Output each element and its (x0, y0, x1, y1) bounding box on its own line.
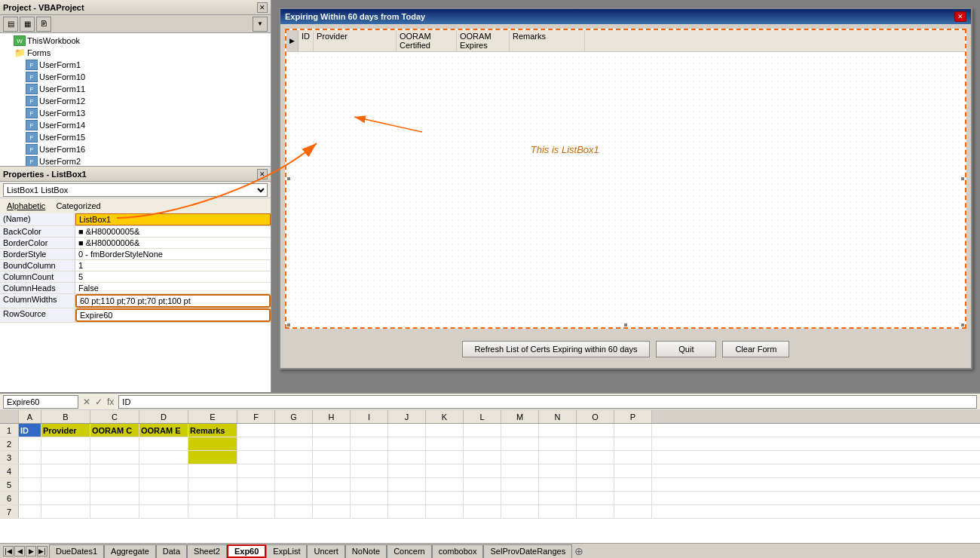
form-close-button[interactable]: ✕ (954, 11, 966, 22)
excel-cell[interactable] (388, 437, 426, 450)
excel-cell[interactable] (139, 437, 188, 450)
sheet-tab-aggregate[interactable]: Aggregate (104, 544, 156, 558)
tree-item-userform15[interactable]: FUserForm15 (2, 131, 269, 143)
excel-cell[interactable] (275, 451, 313, 464)
clear-form-button[interactable]: Clear Form (722, 341, 789, 357)
sheet-tab-uncert[interactable]: Uncert (307, 544, 345, 558)
excel-cell[interactable] (539, 451, 577, 464)
excel-cell[interactable] (539, 478, 577, 491)
sheet-tab-concern[interactable]: Concern (387, 544, 432, 558)
resize-handle-br[interactable] (960, 323, 965, 327)
excel-cell[interactable] (426, 451, 464, 464)
prop-value[interactable]: Expire60 (75, 308, 271, 322)
excel-cell[interactable] (19, 464, 41, 477)
excel-cell[interactable] (188, 505, 237, 518)
excel-cell[interactable] (464, 464, 501, 477)
excel-cell[interactable] (577, 478, 614, 491)
prop-value[interactable]: ListBox1 (75, 213, 271, 225)
excel-cell[interactable] (388, 451, 426, 464)
excel-cell[interactable] (388, 492, 426, 504)
excel-cell[interactable] (275, 424, 313, 437)
excel-cell[interactable] (464, 505, 501, 518)
tree-item-userform10[interactable]: FUserForm10 (2, 71, 269, 83)
tree-item-userform11[interactable]: FUserForm11 (2, 83, 269, 95)
excel-cell[interactable] (501, 492, 539, 504)
excel-cell[interactable] (313, 492, 351, 504)
excel-cell[interactable] (577, 437, 614, 450)
resize-handle-left[interactable] (286, 176, 291, 181)
excel-cell[interactable] (426, 492, 464, 504)
excel-cell[interactable] (577, 424, 614, 437)
excel-cell[interactable] (351, 492, 388, 504)
sheet-tab-exp60[interactable]: Exp60 (227, 544, 266, 558)
excel-cell[interactable] (351, 424, 388, 437)
excel-cell[interactable] (237, 424, 275, 437)
excel-cell[interactable] (41, 505, 90, 518)
function-icon[interactable]: fx (106, 397, 115, 407)
sheet-nav-last[interactable]: ▶| (37, 546, 47, 556)
excel-cell[interactable] (539, 492, 577, 504)
excel-cell[interactable]: OORAM C (90, 424, 139, 437)
excel-cell[interactable] (139, 505, 188, 518)
excel-cell[interactable] (139, 451, 188, 464)
prop-value[interactable]: ■ &H80000005& (75, 226, 271, 237)
excel-cell[interactable] (614, 437, 652, 450)
excel-cell[interactable] (275, 492, 313, 504)
prop-value[interactable]: False (75, 283, 271, 293)
tree-item-forms[interactable]: 📁Forms (2, 47, 269, 59)
properties-close-button[interactable]: ✕ (257, 169, 268, 179)
tree-item-userform12[interactable]: FUserForm12 (2, 95, 269, 107)
tree-item-userform13[interactable]: FUserForm13 (2, 107, 269, 119)
prop-value[interactable]: 1 (75, 260, 271, 271)
excel-cell[interactable] (237, 492, 275, 504)
excel-cell[interactable] (501, 424, 539, 437)
excel-cell[interactable] (313, 505, 351, 518)
tree-item-userform2[interactable]: FUserForm2 (2, 155, 269, 166)
properties-object-select[interactable]: ListBox1 ListBox (3, 183, 268, 197)
excel-cell[interactable] (313, 464, 351, 477)
sheet-tab-explist[interactable]: ExpList (266, 544, 307, 558)
excel-cell[interactable] (501, 478, 539, 491)
refresh-button[interactable]: Refresh List of Certs Expiring within 60… (462, 341, 651, 357)
excel-cell[interactable] (426, 464, 464, 477)
excel-cell[interactable] (188, 478, 237, 491)
prop-value[interactable]: 60 pt;110 pt;70 pt;70 pt;100 pt (75, 294, 271, 308)
excel-cell[interactable] (139, 464, 188, 477)
sheet-tab-nonote[interactable]: NoNote (345, 544, 387, 558)
excel-cell[interactable] (139, 492, 188, 504)
excel-cell[interactable] (464, 437, 501, 450)
excel-cell[interactable] (275, 437, 313, 450)
excel-cell[interactable] (614, 451, 652, 464)
excel-cell[interactable] (351, 437, 388, 450)
excel-cell[interactable] (313, 424, 351, 437)
excel-cell[interactable] (41, 478, 90, 491)
excel-cell[interactable] (426, 424, 464, 437)
excel-cell[interactable] (90, 437, 139, 450)
toolbar-btn-2[interactable]: ▦ (20, 17, 35, 32)
excel-cell[interactable] (426, 437, 464, 450)
excel-cell[interactable] (577, 451, 614, 464)
tree-item-userform14[interactable]: FUserForm14 (2, 119, 269, 131)
excel-cell[interactable] (426, 478, 464, 491)
excel-cell[interactable] (19, 451, 41, 464)
toolbar-btn-1[interactable]: ▤ (3, 17, 18, 32)
resize-handle-bl[interactable] (286, 323, 291, 327)
excel-cell[interactable] (539, 464, 577, 477)
excel-cell[interactable]: OORAM E (139, 424, 188, 437)
excel-cell[interactable] (41, 464, 90, 477)
resize-handle-bottom[interactable] (623, 323, 628, 327)
sheet-tab-selprovdateranges[interactable]: SelProvDateRanges (483, 544, 572, 558)
excel-cell[interactable] (351, 478, 388, 491)
excel-cell[interactable] (501, 451, 539, 464)
excel-cell[interactable] (501, 437, 539, 450)
excel-cell[interactable] (614, 492, 652, 504)
excel-cell[interactable] (351, 505, 388, 518)
excel-cell[interactable] (614, 505, 652, 518)
excel-cell[interactable] (464, 424, 501, 437)
sheet-tab-combobox[interactable]: combobox (432, 544, 484, 558)
excel-cell[interactable] (614, 478, 652, 491)
excel-cell[interactable] (237, 464, 275, 477)
project-close-button[interactable]: ✕ (257, 2, 268, 13)
cancel-icon[interactable]: ✕ (81, 397, 92, 407)
prop-value[interactable]: 5 (75, 271, 271, 282)
